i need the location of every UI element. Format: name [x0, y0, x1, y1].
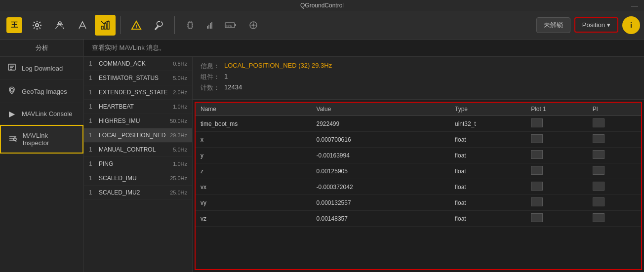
col-type: Type [450, 103, 526, 116]
sidebar-item-log-download[interactable]: Log Download [0, 57, 83, 80]
cell-pl[interactable] [588, 179, 641, 195]
col-value: Value [312, 103, 426, 116]
svg-rect-12 [235, 24, 236, 26]
info-row: 信息： LOCAL_POSITION_NED (32) 29.3Hz [201, 62, 636, 71]
table-row: vy 0.000132557 float [196, 195, 641, 211]
cell-name: z [196, 163, 312, 179]
cell-type: float [450, 179, 526, 195]
msg-freq: 25.0Hz [170, 175, 187, 181]
msg-name: EXTENDED_SYS_STATE [99, 89, 170, 96]
msg-name: COMMAND_ACK [99, 60, 170, 67]
message-list[interactable]: 1 COMMAND_ACK 0.8Hz 1 ESTIMATOR_STATUS 5… [84, 57, 193, 272]
warning-button[interactable]: ! [126, 15, 147, 36]
cell-plot1[interactable] [526, 211, 588, 227]
avatar-button[interactable]: i [622, 16, 640, 34]
cell-pl[interactable] [588, 132, 641, 148]
sidebar-item-mavlink-inspector[interactable]: MAVLink Inspector [0, 125, 83, 154]
tools-button[interactable] [149, 15, 169, 36]
minimize-button[interactable]: — [631, 1, 638, 9]
message-row[interactable]: 1 HIGHRES_IMU 50.0Hz [84, 114, 192, 128]
content-body: 1 COMMAND_ACK 0.8Hz 1 ESTIMATOR_STATUS 5… [84, 57, 644, 272]
cell-name: time_boot_ms [196, 116, 312, 132]
settings-button[interactable] [27, 15, 47, 36]
unlock-button[interactable]: 未解锁 [536, 17, 570, 33]
col-pl: Pl [588, 103, 641, 116]
svg-rect-7 [207, 26, 208, 29]
svg-point-1 [58, 22, 61, 25]
msg-freq: 29.3Hz [170, 132, 187, 138]
svg-point-15 [252, 24, 254, 26]
message-row[interactable]: 1 LOCAL_POSITION_NED 29.3Hz [84, 128, 192, 143]
col-empty [426, 103, 450, 116]
svg-rect-10 [211, 22, 212, 29]
message-row[interactable]: 1 EXTENDED_SYS_STATE 2.0Hz [84, 85, 192, 100]
message-row[interactable]: 1 SCALED_IMU2 25.0Hz [84, 186, 192, 200]
logo-button[interactable]: 王 [4, 15, 25, 36]
message-row[interactable]: 1 ESTIMATOR_STATUS 5.0Hz [84, 71, 192, 85]
message-row[interactable]: 1 COMMAND_ACK 0.8Hz [84, 57, 192, 71]
cell-name: vx [196, 179, 312, 195]
cell-empty [426, 132, 450, 148]
message-row[interactable]: 1 PING 1.0Hz [84, 157, 192, 171]
cell-plot1[interactable] [526, 195, 588, 211]
sidebar-item-geotag[interactable]: GeoTag Images [0, 80, 83, 103]
cell-plot1[interactable] [526, 148, 588, 163]
msg-num: 1 [89, 175, 96, 182]
msg-freq: 5.0Hz [173, 75, 187, 81]
cell-type: uint32_t [450, 116, 526, 132]
cell-type: float [450, 148, 526, 163]
gps-icon [243, 15, 264, 36]
cell-plot1[interactable] [526, 163, 588, 179]
msg-freq: 2.0Hz [173, 89, 187, 95]
sidebar-label-log-download: Log Download [22, 65, 63, 72]
cell-value: -0.000372042 [312, 179, 426, 195]
col-plot1: Plot 1 [526, 103, 588, 116]
vehicle-icon [180, 15, 201, 36]
msg-freq: 1.0Hz [173, 161, 187, 167]
cell-empty [426, 195, 450, 211]
toolbar-right: 未解锁 Position ▾ i [536, 16, 640, 34]
cell-value: 0.000700616 [312, 132, 426, 148]
cell-pl[interactable] [588, 195, 641, 211]
cell-value: 0.000132557 [312, 195, 426, 211]
msg-num: 1 [89, 146, 96, 153]
cell-pl[interactable] [588, 163, 641, 179]
message-row[interactable]: 1 SCALED_IMU 25.0Hz [84, 171, 192, 186]
cell-empty [426, 211, 450, 227]
cell-value: 0.00148357 [312, 211, 426, 227]
analyze-button[interactable] [95, 15, 116, 36]
cell-name: y [196, 148, 312, 163]
fly-button[interactable] [72, 15, 93, 36]
data-table: Name Value Type Plot 1 Pl time_boot_ms 2… [195, 102, 642, 270]
cell-pl[interactable] [588, 116, 641, 132]
table-row: x 0.000700616 float [196, 132, 641, 148]
count-label: 计数： [201, 83, 220, 92]
msg-name: HIGHRES_IMU [99, 117, 167, 124]
position-button[interactable]: Position ▾ [574, 17, 618, 33]
svg-text:N/A: N/A [226, 24, 232, 28]
svg-point-0 [36, 24, 39, 27]
svg-rect-4 [107, 21, 109, 29]
svg-rect-9 [210, 23, 211, 29]
msg-name: MANUAL_CONTROL [99, 146, 170, 153]
detail-panel: 信息： LOCAL_POSITION_NED (32) 29.3Hz 组件： 1… [193, 57, 644, 272]
table-row: z 0.00125905 float [196, 163, 641, 179]
msg-freq: 1.0Hz [173, 104, 187, 110]
sidebar: 分析 Log Download GeoTag Images ▶ MAVLink … [0, 39, 84, 272]
vehicle-setup-button[interactable] [49, 15, 70, 36]
message-row[interactable]: 1 HEARTBEAT 1.0Hz [84, 100, 192, 114]
msg-name: SCALED_IMU2 [99, 189, 167, 196]
svg-rect-6 [188, 22, 192, 28]
cell-plot1[interactable] [526, 132, 588, 148]
cell-value: -0.00163994 [312, 148, 426, 163]
sidebar-item-mavlink-console[interactable]: ▶ MAVLink Console [0, 103, 83, 125]
cell-plot1[interactable] [526, 116, 588, 132]
cell-type: float [450, 195, 526, 211]
message-row[interactable]: 1 MANUAL_CONTROL 5.0Hz [84, 143, 192, 157]
cell-plot1[interactable] [526, 179, 588, 195]
cell-pl[interactable] [588, 148, 641, 163]
window-title: QGroundControl [300, 2, 344, 9]
table-row: y -0.00163994 float [196, 148, 641, 163]
svg-rect-8 [208, 25, 209, 29]
cell-pl[interactable] [588, 211, 641, 227]
